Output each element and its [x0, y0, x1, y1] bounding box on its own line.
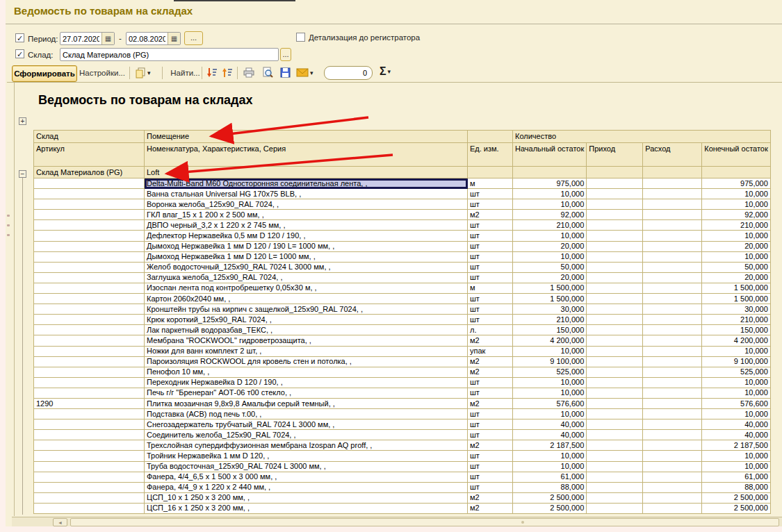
cell-expense[interactable]: [643, 503, 702, 513]
cell-end[interactable]: 10,000: [702, 388, 771, 398]
cell-unit[interactable]: л.: [468, 325, 513, 335]
cell-end[interactable]: 525,000: [702, 367, 771, 377]
cell-article[interactable]: [34, 377, 145, 388]
cell-article[interactable]: [34, 451, 145, 461]
cell-nomenclature[interactable]: Печь г/г "Бренеран" АОТ-06 т00 стекло, ,: [145, 388, 468, 398]
cell-expense[interactable]: [643, 356, 702, 367]
cell-article[interactable]: [34, 315, 145, 325]
splitter-grip[interactable]: [7, 234, 10, 236]
collapse-group-button[interactable]: −: [19, 170, 26, 178]
print-button[interactable]: [243, 66, 255, 80]
horizontal-scrollbar[interactable]: ◄: [12, 517, 782, 526]
cell-article[interactable]: [34, 189, 145, 199]
cell-end[interactable]: 20,000: [702, 272, 771, 283]
cell-expense[interactable]: [643, 346, 702, 356]
cell-end[interactable]: 10,000: [702, 231, 771, 241]
cell-begin[interactable]: 2 187,500: [513, 440, 587, 451]
cell-end[interactable]: 10,000: [702, 461, 771, 472]
cell-income[interactable]: [587, 178, 643, 189]
cell-article[interactable]: [34, 472, 145, 482]
cell-expense[interactable]: [643, 482, 702, 492]
cell-nomenclature[interactable]: Плитка мозаичная 9,8х9,8 Амальфи серый т…: [145, 398, 468, 408]
cell-income[interactable]: [587, 482, 643, 492]
scroll-left-button[interactable]: ◄: [53, 518, 67, 526]
cell-nomenclature[interactable]: ЦСП_16 х 1 250 х 3 200 мм, ,: [145, 503, 468, 513]
cell-begin[interactable]: 1 500,000: [513, 283, 587, 293]
cell-article[interactable]: [34, 388, 145, 398]
cell-article[interactable]: [34, 503, 145, 513]
cell-end[interactable]: 1 500,000: [702, 294, 771, 304]
cell-income[interactable]: [587, 398, 643, 408]
period-from-input[interactable]: [60, 35, 101, 43]
cell-nomenclature[interactable]: Тройник Нержавейка 1 мм D 120, ,: [145, 451, 468, 461]
cell-end[interactable]: 10,000: [702, 377, 771, 388]
cell-expense[interactable]: [643, 178, 702, 189]
cell-end[interactable]: 50,000: [702, 262, 771, 272]
cell-begin[interactable]: 10,000: [513, 251, 587, 262]
cell-unit[interactable]: шт: [468, 472, 513, 482]
cell-expense[interactable]: [643, 241, 702, 251]
cell-end[interactable]: 975,000: [702, 178, 771, 189]
cell-nomenclature[interactable]: Фанера, 4/4_9 х 1 220 х 2 440 мм, ,: [145, 482, 468, 492]
cell-article[interactable]: [34, 409, 145, 419]
sum-button[interactable]: Σ ▾: [380, 65, 391, 78]
cell-nomenclature[interactable]: Пенофол 10 мм, ,: [145, 367, 468, 377]
cell-end[interactable]: 30,000: [702, 304, 771, 315]
cell-expense[interactable]: [643, 419, 702, 430]
cell-article[interactable]: [34, 304, 145, 315]
cell-article[interactable]: [34, 419, 145, 430]
cell-expense[interactable]: [643, 335, 702, 346]
cell-nomenclature[interactable]: Мембрана "ROCKWOOL" гидроветрозащита, ,: [145, 335, 468, 346]
col-income[interactable]: Приход: [587, 143, 643, 167]
cell-income[interactable]: [587, 367, 643, 377]
cell-expense[interactable]: [643, 367, 702, 377]
cell-end[interactable]: 210,000: [702, 220, 771, 231]
cell-begin[interactable]: 10,000: [513, 451, 587, 461]
cell-unit[interactable]: шт: [468, 241, 513, 251]
cell-unit[interactable]: шт: [468, 461, 513, 472]
col-room[interactable]: Помещение: [145, 131, 468, 143]
cell-article[interactable]: [34, 283, 145, 293]
cell-nomenclature[interactable]: Изоспан лента под контробрешетку 0,05х30…: [145, 283, 468, 293]
cell-unit[interactable]: м2: [468, 440, 513, 451]
cell-expense[interactable]: [643, 294, 702, 304]
cell-begin[interactable]: 576,600: [513, 398, 587, 408]
cell-unit[interactable]: шт: [468, 220, 513, 231]
cell-nomenclature[interactable]: Крюк короткий_125x90_RAL 7024, ,: [145, 315, 468, 325]
cell-begin[interactable]: 150,000: [513, 325, 587, 335]
cell-unit[interactable]: упак: [468, 346, 513, 356]
cell-nomenclature[interactable]: Трехслойная супердиффузионная мембрана I…: [145, 440, 468, 451]
cell-income[interactable]: [587, 503, 643, 513]
cell-expense[interactable]: [643, 272, 702, 283]
cell-expense[interactable]: [643, 388, 702, 398]
col-quantity[interactable]: Количество: [513, 131, 771, 143]
cell-expense[interactable]: [643, 398, 702, 408]
col-warehouse[interactable]: Склад: [34, 131, 145, 143]
cell-income[interactable]: [587, 251, 643, 262]
cell-begin[interactable]: 1 500,000: [513, 294, 587, 304]
cell-begin[interactable]: 40,000: [513, 430, 587, 440]
cell-end[interactable]: 1 500,000: [702, 283, 771, 293]
counter-field[interactable]: [324, 66, 373, 80]
cell-end[interactable]: 10,000: [702, 346, 771, 356]
cell-article[interactable]: [34, 461, 145, 472]
cell-unit[interactable]: шт: [468, 294, 513, 304]
cell-income[interactable]: [587, 388, 643, 398]
cell-end[interactable]: 10,000: [702, 251, 771, 262]
cell-article[interactable]: [34, 178, 145, 189]
cell-begin[interactable]: 525,000: [513, 367, 587, 377]
cell-begin[interactable]: 10,000: [513, 189, 587, 199]
col-empty[interactable]: [468, 131, 513, 143]
cell-article[interactable]: [34, 356, 145, 367]
cell-expense[interactable]: [643, 199, 702, 210]
period-from-field[interactable]: ▦: [60, 32, 115, 45]
cell-begin[interactable]: 9 100,000: [513, 356, 587, 367]
col-end[interactable]: Конечный остаток: [702, 143, 771, 167]
cell-nomenclature[interactable]: Дефлектор Нержавейка 0,5 мм D 120 / 190,…: [145, 231, 468, 241]
cell-expense[interactable]: [643, 325, 702, 335]
cell-end[interactable]: 2 500,000: [702, 492, 771, 503]
cell-income[interactable]: [587, 283, 643, 293]
cell-income[interactable]: [587, 346, 643, 356]
cell-article[interactable]: [34, 367, 145, 377]
splitter-grip[interactable]: [7, 215, 10, 217]
